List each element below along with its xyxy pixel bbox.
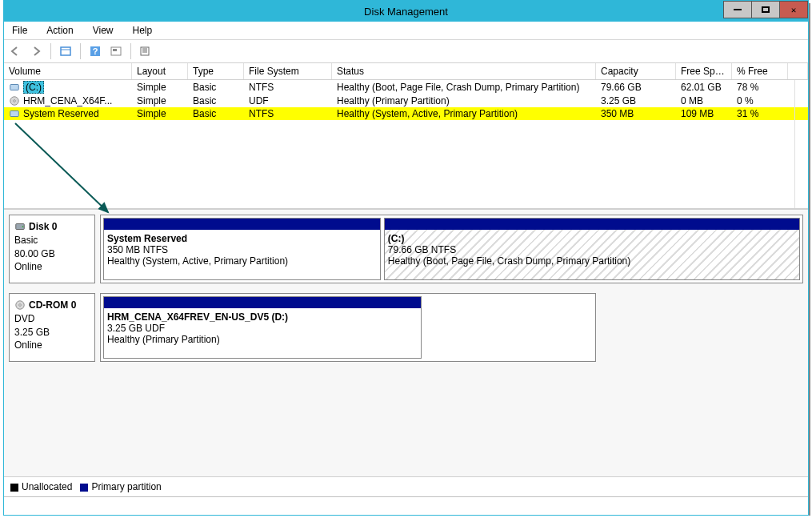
maximize-button[interactable] — [751, 1, 780, 18]
disk-size: 80.00 GB — [14, 248, 55, 259]
cell-volume: HRM_CENA_X64F... — [4, 94, 132, 107]
disk-partition[interactable]: (C:)79.66 GB NTFSHealthy (Boot, Page Fil… — [384, 218, 800, 280]
cell-status: Healthy (System, Active, Primary Partiti… — [332, 107, 596, 120]
legend-unallocated: Unallocated — [10, 481, 72, 492]
svg-rect-8 — [10, 85, 19, 90]
cell-type: Basic — [188, 94, 244, 107]
col-status[interactable]: Status — [332, 63, 596, 79]
cell-free: 0 MB — [676, 94, 732, 107]
cell-free: 62.01 GB — [676, 81, 732, 94]
status-bar — [4, 496, 808, 515]
table-row[interactable]: (C:)SimpleBasicNTFSHealthy (Boot, Page F… — [4, 80, 808, 94]
partition-header — [104, 297, 421, 308]
help-icon[interactable]: ? — [87, 43, 103, 59]
col-fs[interactable]: File System — [244, 63, 332, 79]
partition-title: HRM_CENA_X64FREV_EN-US_DV5 (D:) — [107, 311, 418, 323]
col-volume[interactable]: Volume — [4, 63, 132, 79]
partition-container: System Reserved350 MB NTFSHealthy (Syste… — [100, 215, 803, 283]
disk-state: Online — [14, 261, 42, 272]
svg-point-15 — [19, 304, 22, 307]
forward-icon[interactable] — [28, 43, 44, 59]
disk-row: CD-ROM 0DVD3.25 GBOnlineHRM_CENA_X64FREV… — [4, 288, 808, 367]
scrollbar[interactable] — [794, 80, 808, 208]
menu-bar: File Action View Help — [4, 22, 808, 40]
disk-kind: DVD — [14, 313, 34, 324]
disk-management-window: Disk Management File Action View Help ? … — [3, 0, 809, 516]
cell-type: Basic — [188, 107, 244, 120]
partition-header — [385, 219, 799, 230]
cell-pct: 78 % — [732, 81, 788, 94]
partition-line3: Healthy (Boot, Page File, Crash Dump, Pr… — [388, 255, 796, 267]
system-buttons — [724, 1, 808, 18]
cell-capacity: 350 MB — [596, 107, 676, 120]
partition-line2: 350 MB NTFS — [107, 244, 377, 255]
cell-layout: Simple — [132, 94, 188, 107]
legend-primary: Primary partition — [80, 481, 161, 492]
volume-list-header: Volume Layout Type File System Status Ca… — [4, 63, 808, 80]
cell-fs: NTFS — [244, 107, 332, 120]
svg-rect-11 — [10, 111, 19, 117]
cell-type: Basic — [188, 81, 244, 94]
cell-fs: NTFS — [244, 81, 332, 94]
menu-view[interactable]: View — [90, 23, 117, 38]
disk-name: CD-ROM 0 — [29, 299, 76, 312]
disk-label[interactable]: CD-ROM 0DVD3.25 GBOnline — [9, 293, 95, 362]
partition-line3: Healthy (System, Active, Primary Partiti… — [107, 255, 377, 267]
refresh-icon[interactable] — [138, 43, 154, 59]
col-layout[interactable]: Layout — [132, 63, 188, 79]
legend: Unallocated Primary partition — [4, 477, 808, 496]
disk-graphical-view[interactable]: Disk 0Basic80.00 GBOnlineSystem Reserved… — [4, 209, 808, 477]
disk-name: Disk 0 — [29, 220, 57, 234]
cell-capacity: 3.25 GB — [596, 94, 676, 107]
svg-line-7 — [15, 123, 108, 212]
partition-title: (C:) — [388, 233, 796, 244]
partition-line2: 79.66 GB NTFS — [388, 244, 796, 255]
cell-volume: System Reserved — [4, 107, 132, 120]
disk-label[interactable]: Disk 0Basic80.00 GBOnline — [9, 215, 95, 283]
disk-size: 3.25 GB — [14, 327, 50, 338]
minimize-button[interactable] — [723, 1, 752, 18]
toolbar: ? — [4, 40, 808, 63]
menu-help[interactable]: Help — [130, 23, 156, 38]
svg-rect-0 — [61, 47, 70, 55]
cell-status: Healthy (Boot, Page File, Crash Dump, Pr… — [332, 81, 596, 94]
table-row[interactable]: HRM_CENA_X64F...SimpleBasicUDFHealthy (P… — [4, 94, 808, 107]
disk-partition[interactable]: System Reserved350 MB NTFSHealthy (Syste… — [103, 218, 381, 280]
disk-partition[interactable]: HRM_CENA_X64FREV_EN-US_DV5 (D:)3.25 GB U… — [103, 296, 422, 359]
partition-container: HRM_CENA_X64FREV_EN-US_DV5 (D:)3.25 GB U… — [100, 293, 596, 362]
disk-state: Online — [14, 339, 42, 351]
properties-icon[interactable] — [58, 43, 74, 59]
cell-pct: 31 % — [732, 107, 788, 120]
col-type[interactable]: Type — [188, 63, 244, 79]
partition-title: System Reserved — [107, 233, 377, 244]
disk-row: Disk 0Basic80.00 GBOnlineSystem Reserved… — [4, 210, 808, 288]
col-capacity[interactable]: Capacity — [596, 63, 676, 79]
window-title: Disk Management — [364, 6, 448, 18]
cell-layout: Simple — [132, 81, 188, 94]
disk-kind: Basic — [14, 235, 38, 246]
svg-point-10 — [14, 100, 16, 102]
partition-line2: 3.25 GB UDF — [107, 323, 418, 334]
close-button[interactable] — [779, 1, 808, 18]
table-row[interactable]: System ReservedSimpleBasicNTFSHealthy (S… — [4, 107, 808, 120]
cell-status: Healthy (Primary Partition) — [332, 94, 596, 107]
cell-layout: Simple — [132, 107, 188, 120]
volume-list[interactable]: (C:)SimpleBasicNTFSHealthy (Boot, Page F… — [4, 80, 808, 209]
menu-file[interactable]: File — [9, 23, 30, 38]
col-free[interactable]: Free Spa... — [676, 63, 732, 79]
svg-text:?: ? — [93, 46, 98, 56]
cell-capacity: 79.66 GB — [596, 81, 676, 94]
cell-fs: UDF — [244, 94, 332, 107]
cell-free: 109 MB — [676, 107, 732, 120]
svg-rect-5 — [113, 49, 117, 51]
svg-point-13 — [22, 227, 24, 228]
menu-action[interactable]: Action — [43, 23, 76, 38]
cell-pct: 0 % — [732, 94, 788, 107]
partition-line3: Healthy (Primary Partition) — [107, 334, 418, 345]
settings-icon[interactable] — [108, 43, 124, 59]
back-icon[interactable] — [7, 43, 23, 59]
partition-header — [104, 219, 380, 230]
title-bar[interactable]: Disk Management — [4, 1, 808, 22]
cell-volume: (C:) — [4, 80, 132, 94]
col-pct[interactable]: % Free — [732, 63, 788, 79]
